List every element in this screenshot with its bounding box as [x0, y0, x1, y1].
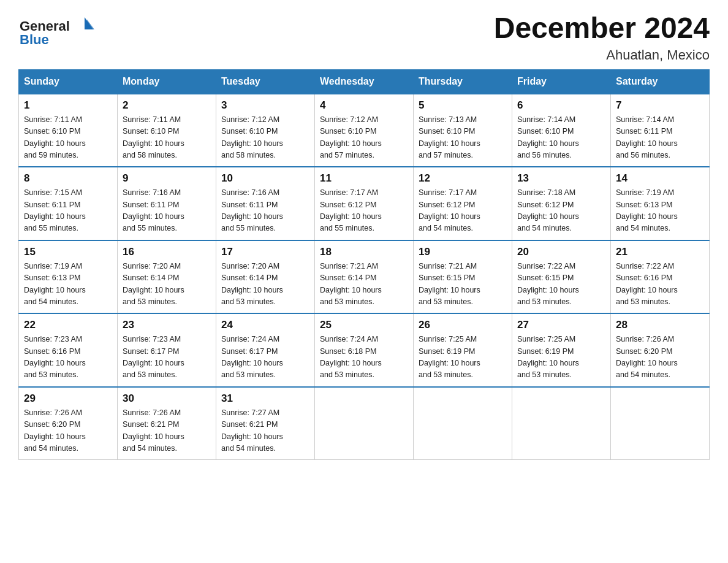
- calendar-cell: 27Sunrise: 7:25 AMSunset: 6:19 PMDayligh…: [512, 313, 611, 387]
- day-info: Sunrise: 7:19 AMSunset: 6:13 PMDaylight:…: [616, 187, 704, 235]
- col-header-sunday: Sunday: [19, 69, 118, 94]
- calendar-table: SundayMondayTuesdayWednesdayThursdayFrid…: [18, 69, 710, 461]
- calendar-cell: 30Sunrise: 7:26 AMSunset: 6:21 PMDayligh…: [118, 387, 216, 460]
- calendar-week-2: 8Sunrise: 7:15 AMSunset: 6:11 PMDaylight…: [19, 167, 710, 240]
- day-number: 31: [221, 393, 309, 405]
- calendar-cell: [611, 387, 710, 460]
- day-info: Sunrise: 7:26 AMSunset: 6:21 PMDaylight:…: [123, 407, 211, 455]
- svg-marker-2: [87, 20, 94, 29]
- day-info: Sunrise: 7:18 AMSunset: 6:12 PMDaylight:…: [517, 187, 605, 235]
- calendar-cell: 3Sunrise: 7:12 AMSunset: 6:10 PMDaylight…: [216, 94, 315, 167]
- calendar-cell: 31Sunrise: 7:27 AMSunset: 6:21 PMDayligh…: [216, 387, 315, 460]
- calendar-cell: 25Sunrise: 7:24 AMSunset: 6:18 PMDayligh…: [315, 313, 414, 387]
- day-info: Sunrise: 7:21 AMSunset: 6:15 PMDaylight:…: [419, 261, 507, 308]
- logo: General Blue: [18, 12, 98, 49]
- calendar-cell: 13Sunrise: 7:18 AMSunset: 6:12 PMDayligh…: [512, 167, 611, 240]
- day-number: 23: [123, 319, 211, 331]
- col-header-thursday: Thursday: [414, 69, 512, 94]
- calendar-cell: 22Sunrise: 7:23 AMSunset: 6:16 PMDayligh…: [19, 313, 118, 387]
- calendar-cell: 26Sunrise: 7:25 AMSunset: 6:19 PMDayligh…: [414, 313, 512, 387]
- day-info: Sunrise: 7:15 AMSunset: 6:11 PMDaylight:…: [24, 187, 112, 235]
- day-number: 20: [517, 246, 605, 258]
- calendar-cell: [315, 387, 414, 460]
- calendar-cell: 9Sunrise: 7:16 AMSunset: 6:11 PMDaylight…: [118, 167, 216, 240]
- calendar-week-3: 15Sunrise: 7:19 AMSunset: 6:13 PMDayligh…: [19, 240, 710, 314]
- calendar-cell: 19Sunrise: 7:21 AMSunset: 6:15 PMDayligh…: [414, 240, 512, 314]
- day-info: Sunrise: 7:19 AMSunset: 6:13 PMDaylight:…: [24, 261, 112, 308]
- day-info: Sunrise: 7:22 AMSunset: 6:15 PMDaylight:…: [517, 261, 605, 308]
- day-number: 13: [517, 172, 605, 185]
- day-number: 28: [616, 319, 704, 331]
- calendar-cell: 14Sunrise: 7:19 AMSunset: 6:13 PMDayligh…: [611, 167, 710, 240]
- calendar-cell: 29Sunrise: 7:26 AMSunset: 6:20 PMDayligh…: [19, 387, 118, 460]
- day-number: 25: [320, 319, 408, 331]
- calendar-cell: [414, 387, 512, 460]
- day-info: Sunrise: 7:25 AMSunset: 6:19 PMDaylight:…: [419, 334, 507, 381]
- calendar-cell: 15Sunrise: 7:19 AMSunset: 6:13 PMDayligh…: [19, 240, 118, 314]
- day-number: 17: [221, 246, 309, 258]
- day-number: 12: [419, 172, 507, 185]
- day-number: 19: [419, 246, 507, 258]
- day-number: 30: [123, 393, 211, 405]
- day-number: 22: [24, 319, 112, 331]
- calendar-cell: 18Sunrise: 7:21 AMSunset: 6:14 PMDayligh…: [315, 240, 414, 314]
- day-info: Sunrise: 7:21 AMSunset: 6:14 PMDaylight:…: [320, 261, 408, 308]
- day-number: 18: [320, 246, 408, 258]
- day-info: Sunrise: 7:24 AMSunset: 6:17 PMDaylight:…: [221, 334, 309, 381]
- calendar-cell: 20Sunrise: 7:22 AMSunset: 6:15 PMDayligh…: [512, 240, 611, 314]
- day-number: 26: [419, 319, 507, 331]
- day-info: Sunrise: 7:13 AMSunset: 6:10 PMDaylight:…: [419, 114, 507, 162]
- col-header-monday: Monday: [118, 69, 216, 94]
- day-info: Sunrise: 7:14 AMSunset: 6:11 PMDaylight:…: [616, 114, 704, 162]
- day-number: 16: [123, 246, 211, 258]
- title-block: December 2024 Ahuatlan, Mexico: [494, 12, 710, 63]
- day-info: Sunrise: 7:12 AMSunset: 6:10 PMDaylight:…: [221, 114, 309, 162]
- day-number: 15: [24, 246, 112, 258]
- calendar-cell: 16Sunrise: 7:20 AMSunset: 6:14 PMDayligh…: [118, 240, 216, 314]
- day-info: Sunrise: 7:26 AMSunset: 6:20 PMDaylight:…: [24, 407, 112, 455]
- logo-svg: General Blue: [18, 12, 98, 49]
- day-info: Sunrise: 7:11 AMSunset: 6:10 PMDaylight:…: [24, 114, 112, 162]
- day-info: Sunrise: 7:23 AMSunset: 6:16 PMDaylight:…: [24, 334, 112, 381]
- col-header-saturday: Saturday: [611, 69, 710, 94]
- col-header-friday: Friday: [512, 69, 611, 94]
- day-info: Sunrise: 7:25 AMSunset: 6:19 PMDaylight:…: [517, 334, 605, 381]
- day-number: 5: [419, 99, 507, 112]
- day-info: Sunrise: 7:16 AMSunset: 6:11 PMDaylight:…: [221, 187, 309, 235]
- day-number: 10: [221, 172, 309, 185]
- calendar-cell: 7Sunrise: 7:14 AMSunset: 6:11 PMDaylight…: [611, 94, 710, 167]
- day-info: Sunrise: 7:16 AMSunset: 6:11 PMDaylight:…: [123, 187, 211, 235]
- calendar-cell: 6Sunrise: 7:14 AMSunset: 6:10 PMDaylight…: [512, 94, 611, 167]
- calendar-cell: 28Sunrise: 7:26 AMSunset: 6:20 PMDayligh…: [611, 313, 710, 387]
- col-header-wednesday: Wednesday: [315, 69, 414, 94]
- calendar-cell: 8Sunrise: 7:15 AMSunset: 6:11 PMDaylight…: [19, 167, 118, 240]
- day-info: Sunrise: 7:22 AMSunset: 6:16 PMDaylight:…: [616, 261, 704, 308]
- day-number: 14: [616, 172, 704, 185]
- calendar-cell: 2Sunrise: 7:11 AMSunset: 6:10 PMDaylight…: [118, 94, 216, 167]
- day-info: Sunrise: 7:26 AMSunset: 6:20 PMDaylight:…: [616, 334, 704, 381]
- day-number: 27: [517, 319, 605, 331]
- calendar-cell: 10Sunrise: 7:16 AMSunset: 6:11 PMDayligh…: [216, 167, 315, 240]
- calendar-week-4: 22Sunrise: 7:23 AMSunset: 6:16 PMDayligh…: [19, 313, 710, 387]
- day-number: 24: [221, 319, 309, 331]
- calendar-cell: 4Sunrise: 7:12 AMSunset: 6:10 PMDaylight…: [315, 94, 414, 167]
- day-info: Sunrise: 7:20 AMSunset: 6:14 PMDaylight:…: [123, 261, 211, 308]
- day-number: 2: [123, 99, 211, 112]
- location: Ahuatlan, Mexico: [494, 47, 710, 63]
- calendar-cell: 5Sunrise: 7:13 AMSunset: 6:10 PMDaylight…: [414, 94, 512, 167]
- calendar-cell: [512, 387, 611, 460]
- day-info: Sunrise: 7:17 AMSunset: 6:12 PMDaylight:…: [419, 187, 507, 235]
- day-info: Sunrise: 7:27 AMSunset: 6:21 PMDaylight:…: [221, 407, 309, 455]
- day-number: 8: [24, 172, 112, 185]
- calendar-cell: 21Sunrise: 7:22 AMSunset: 6:16 PMDayligh…: [611, 240, 710, 314]
- day-number: 29: [24, 393, 112, 405]
- day-number: 4: [320, 99, 408, 112]
- day-number: 6: [517, 99, 605, 112]
- calendar-header-row: SundayMondayTuesdayWednesdayThursdayFrid…: [19, 69, 710, 94]
- page-header: General Blue December 2024 Ahuatlan, Mex…: [18, 12, 710, 63]
- calendar-week-1: 1Sunrise: 7:11 AMSunset: 6:10 PMDaylight…: [19, 94, 710, 167]
- day-number: 7: [616, 99, 704, 112]
- day-info: Sunrise: 7:12 AMSunset: 6:10 PMDaylight:…: [320, 114, 408, 162]
- day-number: 11: [320, 172, 408, 185]
- month-title: December 2024: [494, 12, 710, 45]
